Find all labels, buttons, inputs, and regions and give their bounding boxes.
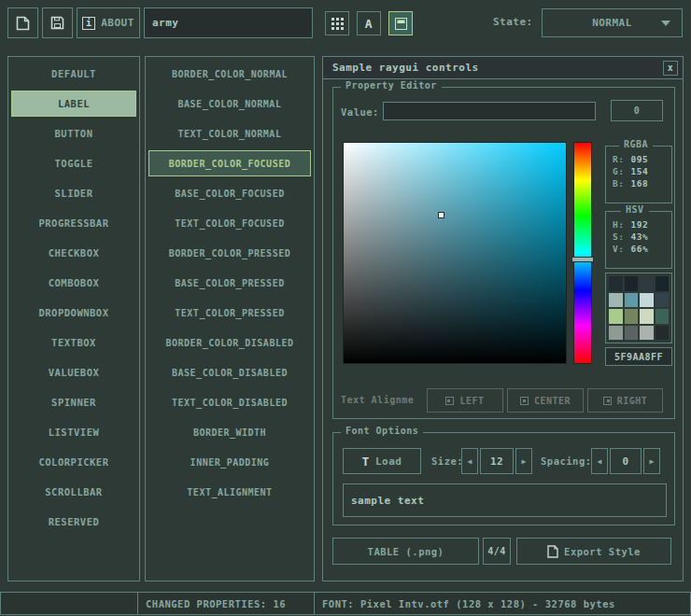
about-button-label: ABOUT <box>101 17 134 29</box>
table-png-button[interactable]: TABLE (.png) <box>332 538 479 565</box>
palette-swatch[interactable] <box>640 326 654 341</box>
palette-swatch[interactable] <box>656 293 670 308</box>
controls-item-button[interactable]: BUTTON <box>11 120 136 147</box>
align-center-icon <box>520 397 529 405</box>
controls-item-valuebox[interactable]: VALUEBOX <box>11 359 136 385</box>
table-png-label: TABLE (.png) <box>368 546 444 557</box>
info-icon: i <box>82 17 95 30</box>
colorpicker-square[interactable] <box>343 142 567 364</box>
new-file-button[interactable] <box>7 7 38 38</box>
controls-item-slider[interactable]: SLIDER <box>11 180 136 206</box>
sample-text: sample text <box>351 495 424 507</box>
palette-swatch[interactable] <box>625 276 639 291</box>
align-left-button[interactable]: LEFT <box>427 388 503 413</box>
align-center-label: CENTER <box>534 396 571 406</box>
save-file-button[interactable] <box>42 7 73 38</box>
property-item-base-color-focused[interactable]: BASE_COLOR_FOCUSED <box>148 180 311 206</box>
property-item-border-color-pressed[interactable]: BORDER_COLOR_PRESSED <box>148 240 311 266</box>
property-item-base-color-normal[interactable]: BASE_COLOR_NORMAL <box>148 91 311 117</box>
align-right-button[interactable]: RIGHT <box>587 388 663 413</box>
palette-swatch[interactable] <box>609 293 623 308</box>
palette-swatch[interactable] <box>656 309 670 324</box>
properties-list: BORDER_COLOR_NORMAL BASE_COLOR_NORMAL TE… <box>145 56 315 581</box>
palette-swatch[interactable] <box>640 293 654 308</box>
table-page-valuebox[interactable]: 4/4 <box>483 538 511 565</box>
arrow-right-icon: ▶ <box>650 457 655 466</box>
font-options-group-label: Font Options <box>341 426 423 436</box>
font-atlas-button[interactable]: A <box>357 11 381 35</box>
align-left-label: LEFT <box>459 396 484 406</box>
controls-item-toggle[interactable]: TOGGLE <box>11 150 136 176</box>
value-input[interactable] <box>383 102 596 120</box>
property-item-text-color-focused[interactable]: TEXT_COLOR_FOCUSED <box>148 210 311 236</box>
controls-item-default[interactable]: DEFAULT <box>11 61 136 87</box>
palette-swatch[interactable] <box>656 276 670 291</box>
font-options-group: Font Options T Load Size: ◀ 12 ▶ Spacing… <box>332 432 675 525</box>
export-style-button[interactable]: Export Style <box>516 538 671 565</box>
palette-swatch[interactable] <box>625 293 639 308</box>
property-item-text-color-normal[interactable]: TEXT_COLOR_NORMAL <box>148 120 311 147</box>
hue-slider[interactable] <box>573 142 592 364</box>
hex-value: 5F9AA8FF <box>614 352 663 362</box>
export-file-icon <box>547 545 558 558</box>
font-size-increase-button[interactable]: ▶ <box>515 448 532 474</box>
state-dropdown[interactable]: NORMAL <box>542 8 683 37</box>
close-button[interactable]: x <box>663 61 678 76</box>
sample-window: Sample raygui controls x Property Editor… <box>322 56 684 581</box>
new-file-icon <box>16 16 30 31</box>
palette-swatch[interactable] <box>625 309 639 324</box>
sample-text-box[interactable]: sample text <box>343 483 667 517</box>
align-right-label: RIGHT <box>617 396 648 406</box>
style-name-input[interactable] <box>144 7 313 38</box>
controls-item-spinner[interactable]: SPINNER <box>11 389 136 415</box>
property-item-text-alignment[interactable]: TEXT_ALIGNMENT <box>148 479 311 505</box>
palette-swatch[interactable] <box>640 276 654 291</box>
hex-value-box[interactable]: 5F9AA8FF <box>605 347 672 366</box>
palette-swatch[interactable] <box>640 309 654 324</box>
rgba-red-row: R:095 <box>606 153 671 165</box>
controls-item-scrollbar[interactable]: SCROLLBAR <box>11 479 136 505</box>
controls-item-combobox[interactable]: COMBOBOX <box>11 270 136 296</box>
palette-swatch[interactable] <box>656 326 670 341</box>
status-changed-properties: CHANGED PROPERTIES: 16 <box>137 592 315 615</box>
font-spacing-valuebox[interactable]: 0 <box>610 448 642 474</box>
grid-view-button[interactable] <box>325 11 349 35</box>
hsv-value-row: V:66% <box>606 243 671 255</box>
palette-swatch[interactable] <box>625 326 639 341</box>
controls-item-checkbox[interactable]: CHECKBOX <box>11 240 136 266</box>
font-spacing-decrease-button[interactable]: ◀ <box>591 448 608 474</box>
property-item-inner-padding[interactable]: INNER_PADDING <box>148 449 311 475</box>
property-item-text-color-pressed[interactable]: TEXT_COLOR_PRESSED <box>148 300 311 326</box>
property-item-border-color-disabled[interactable]: BORDER_COLOR_DISABLED <box>148 329 311 356</box>
controls-item-textbox[interactable]: TEXTBOX <box>11 329 136 356</box>
controls-item-dropdownbox[interactable]: DROPDOWNBOX <box>11 300 136 326</box>
property-item-border-color-focused[interactable]: BORDER_COLOR_FOCUSED <box>148 150 311 176</box>
style-table-button[interactable] <box>388 11 413 35</box>
controls-item-label[interactable]: LABEL <box>11 91 136 117</box>
palette-swatch[interactable] <box>609 276 623 291</box>
table-page-value: 4/4 <box>487 546 506 556</box>
font-load-button[interactable]: T Load <box>343 448 421 474</box>
property-item-base-color-disabled[interactable]: BASE_COLOR_DISABLED <box>148 359 311 385</box>
colorpicker-cursor[interactable] <box>438 212 444 218</box>
about-button[interactable]: i ABOUT <box>77 7 140 38</box>
palette-swatch[interactable] <box>609 326 623 341</box>
status-font-info: FONT: Pixel Intv.otf (128 x 128) - 32768… <box>314 592 691 615</box>
font-spacing-increase-button[interactable]: ▶ <box>643 448 660 474</box>
controls-item-listview[interactable]: LISTVIEW <box>11 419 136 445</box>
property-item-text-color-disabled[interactable]: TEXT_COLOR_DISABLED <box>148 389 311 415</box>
font-size-valuebox[interactable]: 12 <box>480 448 514 474</box>
controls-item-colorpicker[interactable]: COLORPICKER <box>11 449 136 475</box>
controls-item-reserved[interactable]: RESERVED <box>11 509 136 535</box>
property-item-base-color-pressed[interactable]: BASE_COLOR_PRESSED <box>148 270 311 296</box>
palette-swatch[interactable] <box>609 309 623 324</box>
property-item-border-color-normal[interactable]: BORDER_COLOR_NORMAL <box>148 61 311 87</box>
font-size-decrease-button[interactable]: ◀ <box>461 448 478 474</box>
property-item-border-width[interactable]: BORDER_WIDTH <box>148 419 311 445</box>
value-apply-button[interactable]: 0 <box>611 100 663 121</box>
letter-a-icon: A <box>365 17 373 31</box>
hue-slider-handle[interactable] <box>571 257 594 262</box>
controls-item-progressbar[interactable]: PROGRESSBAR <box>11 210 136 236</box>
value-label: Value: <box>341 106 379 118</box>
align-center-button[interactable]: CENTER <box>507 388 584 413</box>
